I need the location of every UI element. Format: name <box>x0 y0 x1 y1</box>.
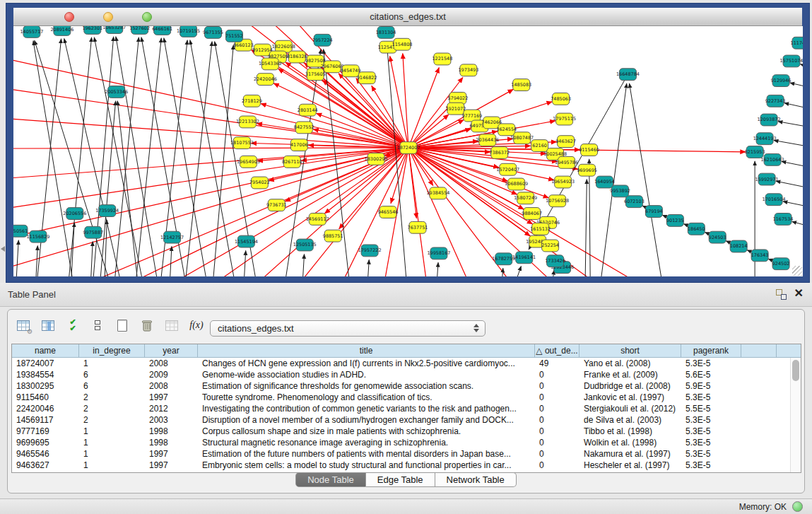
graph-node[interactable]: 18226058 <box>272 40 295 52</box>
table-cell[interactable]: 22420046 <box>12 403 79 414</box>
graph-node[interactable]: 10653287 <box>102 26 126 33</box>
graph-node[interactable]: 6466161 <box>152 26 172 35</box>
table-cell[interactable]: Estimation of significance thresholds fo… <box>198 380 535 392</box>
table-cell[interactable]: 2009 <box>145 369 198 380</box>
graph-node[interactable]: 9463627 <box>555 136 576 148</box>
graph-node[interactable]: 1962301 <box>82 26 102 34</box>
table-cell[interactable]: 2008 <box>145 380 198 392</box>
table-cell[interactable]: 5.3E-5 <box>681 358 741 369</box>
column-header-spacer[interactable] <box>741 344 777 357</box>
table-cell[interactable]: Corpus callosum shape and size in male p… <box>198 426 535 437</box>
table-cell[interactable]: 5.3E-5 <box>681 392 741 403</box>
table-cell[interactable]: 1 <box>79 426 145 437</box>
table-mode-icon[interactable]: ⚙ <box>13 315 33 335</box>
table-cell[interactable]: 49 <box>535 358 579 369</box>
table-cell[interactable]: 5.3E-5 <box>681 460 741 471</box>
graph-node[interactable]: 1167534 <box>773 214 794 226</box>
graph-node[interactable]: 19654923 <box>551 176 575 188</box>
graph-node[interactable]: 1117483 <box>791 37 803 49</box>
table-cell[interactable]: Jankovic et al. (1997) <box>579 392 681 403</box>
graph-node[interactable]: 20891406 <box>50 26 73 35</box>
table-cell[interactable]: 1 <box>79 460 145 471</box>
graph-node[interactable]: 18107553 <box>230 137 254 149</box>
graph-node[interactable]: 9146822 <box>357 72 377 84</box>
graph-node[interactable]: 9777169 <box>461 110 482 122</box>
graph-node[interactable]: 9885751 <box>323 230 343 242</box>
table-cell[interactable]: 5.3E-5 <box>681 414 741 426</box>
graph-node[interactable]: 16210643 <box>761 153 784 165</box>
column-header-short[interactable]: short <box>579 344 681 357</box>
scrollbar-thumb[interactable] <box>792 360 799 381</box>
table-cell[interactable]: Tourette syndrome. Phenomenology and cla… <box>198 392 535 403</box>
graph-node[interactable]: 10756928 <box>546 195 569 207</box>
table-cell[interactable]: Yano et al. (2008) <box>579 358 681 369</box>
graph-node[interactable]: 1973493 <box>458 64 478 76</box>
graph-node[interactable]: 9736731 <box>266 199 287 211</box>
table-cell[interactable]: 2 <box>79 414 145 426</box>
graph-node[interactable]: 10719155 <box>177 26 200 37</box>
function-builder-icon[interactable]: f(x) <box>187 315 206 335</box>
table-cell[interactable]: Estimation of the future numbers of pati… <box>198 448 535 460</box>
table-row[interactable]: 1938455462009Genome-wide association stu… <box>12 369 801 380</box>
table-cell[interactable]: 1997 <box>145 448 198 460</box>
table-cell[interactable]: 0 <box>535 392 579 403</box>
table-cell[interactable]: Structural magnetic resonance image aver… <box>198 437 535 448</box>
table-row[interactable]: 1830029562008Estimation of significance … <box>12 380 801 392</box>
table-cell[interactable]: 18300295 <box>12 380 79 392</box>
graph-node[interactable]: 10807487 <box>510 132 534 144</box>
graph-node[interactable]: 15992971 <box>755 173 779 185</box>
table-cell[interactable]: 2 <box>79 392 145 403</box>
table-cell[interactable]: Wolkin et al. (1998) <box>579 437 681 448</box>
table-cell[interactable]: 9463627 <box>12 460 79 471</box>
table-cell[interactable]: 5.3E-5 <box>681 448 741 460</box>
graph-node[interactable]: 252254 <box>541 240 559 252</box>
graph-node[interactable]: 9227343 <box>765 95 786 107</box>
graph-node[interactable]: 12213302 <box>236 116 259 128</box>
graph-node[interactable]: 15751074 <box>780 55 803 67</box>
table-cell[interactable]: Genome-wide association studies in ADHD. <box>198 369 535 380</box>
graph-node[interactable]: 9884067 <box>522 208 542 220</box>
graph-node[interactable]: 7957224 <box>312 34 333 46</box>
graph-node[interactable]: 1831304 <box>376 26 396 38</box>
table-cell[interactable]: 9465546 <box>12 448 79 460</box>
graph-node[interactable]: 9465546 <box>378 206 399 218</box>
graph-node[interactable]: 9671355 <box>203 26 223 38</box>
graph-node[interactable]: 22420046 <box>254 74 277 86</box>
graph-node[interactable]: 12505135 <box>293 239 317 251</box>
graph-node[interactable]: 679194 <box>645 206 663 218</box>
create-column-icon[interactable] <box>112 315 132 335</box>
column-header-name[interactable]: name <box>12 344 79 357</box>
float-panel-button[interactable] <box>776 289 787 300</box>
tab-edge-table[interactable]: Edge Table <box>366 472 435 487</box>
graph-node[interactable]: 19384554 <box>426 187 449 199</box>
graph-node[interactable]: 5794022 <box>447 92 468 104</box>
graph-node[interactable]: 1640954 <box>594 176 615 188</box>
table-cell[interactable]: Investigating the contribution of common… <box>198 403 535 414</box>
row-selection-icon[interactable]: ✔✔ <box>63 315 83 335</box>
column-header-out_de...[interactable]: △ out_de... <box>535 344 579 357</box>
table-row[interactable]: 1456911722003Disruption of a novel membe… <box>12 414 801 426</box>
table-cell[interactable]: 6 <box>79 380 145 392</box>
resize-grip-icon[interactable] <box>792 266 802 276</box>
graph-node[interactable]: 18300295 <box>365 153 388 165</box>
table-cell[interactable]: 1998 <box>145 426 198 437</box>
graph-node[interactable]: 14196141 <box>512 252 536 264</box>
table-cell[interactable]: 14569117 <box>12 414 79 426</box>
table-cell[interactable]: Disruption of a novel member of a sodium… <box>198 414 535 426</box>
table-row[interactable]: 946362711997Embryonic stem cells: a mode… <box>12 460 801 471</box>
graph-node[interactable]: 14569117 <box>306 214 329 226</box>
column-header-year[interactable]: year <box>145 344 198 357</box>
graph-node[interactable]: 9115460 <box>579 144 599 156</box>
graph-node[interactable]: 11545194 <box>235 235 258 247</box>
row-height-icon[interactable] <box>88 315 107 335</box>
table-cell[interactable]: 1 <box>79 448 145 460</box>
graph-node[interactable]: 1221548 <box>433 53 453 65</box>
graph-node[interactable]: 8215953 <box>745 146 765 158</box>
graph-node[interactable]: 14055717 <box>20 26 43 37</box>
graph-node[interactable]: 6072103 <box>624 196 645 208</box>
graph-node[interactable]: 417006 <box>290 139 308 151</box>
column-header-pagerank[interactable]: pagerank <box>681 344 741 357</box>
table-cell[interactable]: Hescheler et al. (1997) <box>579 460 681 471</box>
graph-node[interactable]: 62160 <box>531 140 548 152</box>
table-cell[interactable]: 9699695 <box>12 437 79 448</box>
